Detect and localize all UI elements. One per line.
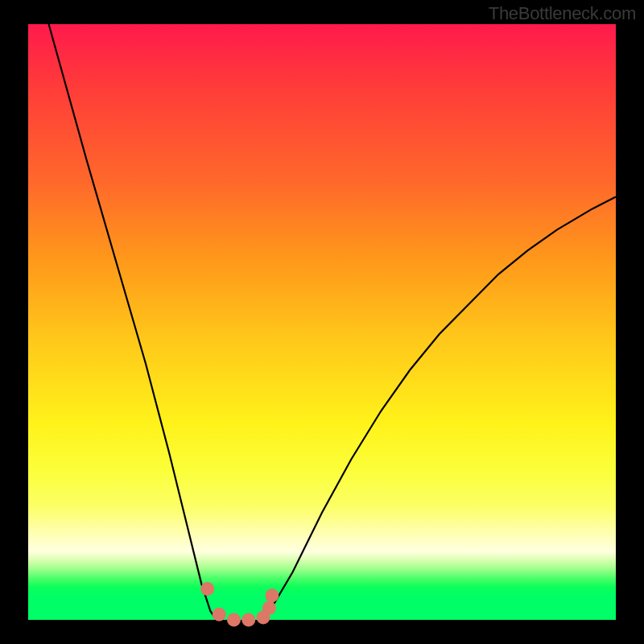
valley-marker	[200, 582, 214, 596]
chart-plot-area	[28, 24, 616, 620]
valley-marker	[262, 601, 276, 615]
watermark-text: TheBottleneck.com	[489, 3, 636, 24]
valley-marker	[227, 613, 241, 627]
valley-marker-group	[200, 582, 279, 626]
curve-right-branch	[263, 197, 616, 620]
valley-marker	[213, 608, 226, 621]
valley-marker	[242, 613, 255, 627]
valley-marker	[265, 588, 279, 602]
chart-svg	[28, 24, 616, 620]
curve-left-branch	[49, 24, 217, 620]
